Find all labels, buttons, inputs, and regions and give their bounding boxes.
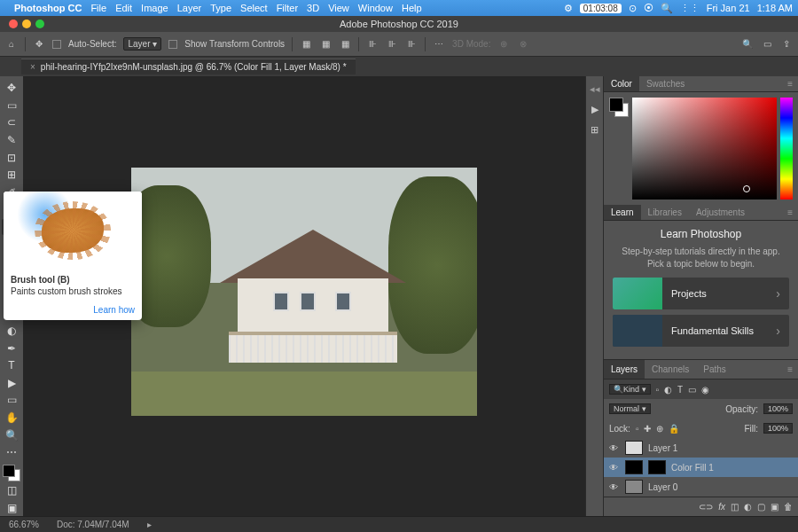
auto-select-dropdown[interactable]: Layer ▾: [123, 37, 161, 51]
menu-layer[interactable]: Layer: [177, 3, 202, 13]
distribute-icon[interactable]: ⊪: [386, 38, 398, 51]
status-icon[interactable]: ⊙: [629, 3, 637, 14]
tab-color[interactable]: Color: [604, 76, 639, 91]
tab-paths[interactable]: Paths: [696, 364, 733, 374]
marquee-tool[interactable]: ▭: [2, 98, 21, 114]
learn-card-fundamentals[interactable]: Fundamental Skills ›: [613, 315, 789, 347]
trash-icon[interactable]: 🗑: [784, 502, 793, 512]
filter-icon[interactable]: ▫: [656, 385, 660, 395]
tab-channels[interactable]: Channels: [645, 364, 696, 374]
distribute-icon[interactable]: ⊪: [366, 38, 379, 51]
document-tab[interactable]: × phil-hearing-IYfp2Ixe9nM-unsplash.jpg …: [21, 59, 356, 74]
close-window-button[interactable]: [9, 20, 18, 28]
group-icon[interactable]: ▢: [757, 502, 765, 512]
panel-menu-icon[interactable]: ≡: [782, 364, 798, 374]
search-icon[interactable]: 🔍: [741, 38, 754, 51]
menu-file[interactable]: File: [90, 3, 106, 13]
status-chevron-icon[interactable]: ▸: [147, 520, 152, 529]
maximize-window-button[interactable]: [35, 20, 44, 28]
menu-select[interactable]: Select: [240, 3, 268, 13]
tab-libraries[interactable]: Libraries: [641, 207, 689, 217]
menu-3d[interactable]: 3D: [307, 3, 319, 13]
color-swatch-pair[interactable]: [609, 98, 629, 117]
lasso-tool[interactable]: ⊂: [2, 114, 21, 131]
menu-view[interactable]: View: [328, 3, 349, 13]
status-icon[interactable]: ⦿: [644, 3, 653, 13]
filter-kind-dropdown[interactable]: 🔍Kind ▾: [609, 384, 651, 395]
align-icon[interactable]: ▦: [300, 38, 312, 51]
tab-layers[interactable]: Layers: [604, 360, 645, 379]
auto-select-checkbox[interactable]: [52, 40, 61, 49]
layer-row[interactable]: 👁 Layer 0: [604, 477, 798, 497]
move-tool-icon[interactable]: ✥: [33, 38, 45, 51]
menu-filter[interactable]: Filter: [277, 3, 298, 13]
new-layer-icon[interactable]: ▣: [771, 502, 778, 512]
lock-icon[interactable]: ▫: [636, 424, 639, 434]
dodge-tool[interactable]: ◐: [2, 323, 21, 340]
fill-input[interactable]: 100%: [763, 423, 793, 434]
screen-mode-tool[interactable]: ▣: [2, 500, 21, 517]
layer-name[interactable]: Layer 1: [648, 443, 677, 453]
quick-mask-tool[interactable]: ◫: [2, 482, 21, 499]
shape-tool[interactable]: ▭: [2, 392, 21, 409]
menu-type[interactable]: Type: [210, 3, 231, 13]
filter-icon[interactable]: ◉: [701, 385, 709, 395]
visibility-icon[interactable]: 👁: [607, 463, 620, 473]
fx-icon[interactable]: fx: [718, 502, 725, 512]
layer-thumb[interactable]: [625, 480, 643, 494]
adjustment-icon[interactable]: ◐: [744, 502, 752, 512]
menu-image[interactable]: Image: [141, 3, 168, 13]
lock-icon[interactable]: ✚: [644, 424, 651, 434]
edit-toolbar[interactable]: ⋯: [2, 444, 21, 461]
wifi-icon[interactable]: ⋮⋮: [680, 3, 700, 14]
pen-tool[interactable]: ✒: [2, 340, 21, 356]
align-icon[interactable]: ▦: [339, 38, 351, 51]
more-icon[interactable]: ⋯: [433, 38, 445, 51]
close-tab-icon[interactable]: ×: [30, 62, 35, 72]
link-layers-icon[interactable]: ⊂⊃: [699, 502, 713, 512]
app-name[interactable]: Photoshop CC: [14, 3, 82, 13]
doc-size[interactable]: Doc: 7.04M/7.04M: [57, 520, 129, 529]
menu-edit[interactable]: Edit: [115, 3, 132, 13]
panel-icon[interactable]: ⊞: [591, 124, 598, 136]
panel-icon[interactable]: ▶: [591, 104, 598, 115]
tab-adjustments[interactable]: Adjustments: [689, 207, 752, 217]
visibility-icon[interactable]: 👁: [607, 482, 620, 492]
filter-icon[interactable]: T: [677, 385, 683, 395]
menubar-time[interactable]: 1:18 AM: [757, 3, 793, 13]
minimize-window-button[interactable]: [22, 20, 31, 28]
expand-icon[interactable]: ◂◂: [590, 83, 600, 95]
opacity-input[interactable]: 100%: [763, 403, 793, 414]
menu-window[interactable]: Window: [358, 3, 393, 13]
layer-thumb[interactable]: [625, 460, 643, 474]
home-icon[interactable]: ⌂: [5, 38, 18, 51]
frame-tool[interactable]: ⊞: [2, 167, 21, 184]
crop-tool[interactable]: ⊡: [2, 149, 21, 166]
align-icon[interactable]: ▦: [319, 38, 332, 51]
blend-mode-dropdown[interactable]: Normal ▾: [609, 403, 651, 414]
lock-icon[interactable]: ⊕: [656, 424, 663, 434]
quick-select-tool[interactable]: ✎: [2, 132, 21, 149]
share-icon[interactable]: ⇪: [780, 38, 793, 51]
filter-icon[interactable]: ◐: [664, 385, 672, 395]
layer-name[interactable]: Layer 0: [648, 482, 677, 492]
workspace-icon[interactable]: ▭: [761, 38, 773, 51]
show-transform-checkbox[interactable]: [168, 40, 177, 49]
path-select-tool[interactable]: ▶: [2, 375, 21, 392]
hand-tool[interactable]: ✋: [2, 410, 21, 426]
search-icon[interactable]: 🔍: [661, 3, 673, 14]
menubar-date[interactable]: Fri Jan 21: [707, 3, 750, 13]
move-tool[interactable]: ✥: [2, 80, 21, 97]
layer-mask-thumb[interactable]: [648, 460, 666, 474]
zoom-level[interactable]: 66.67%: [9, 520, 39, 529]
document-image[interactable]: [131, 168, 477, 416]
color-swatches[interactable]: [3, 465, 20, 481]
tooltip-learn-link[interactable]: Learn how: [4, 301, 142, 320]
lock-icon[interactable]: 🔒: [669, 424, 679, 434]
timer-badge[interactable]: 01:03:08: [580, 4, 622, 13]
panel-menu-icon[interactable]: ≡: [782, 79, 798, 89]
layer-row[interactable]: 👁 Color Fill 1: [604, 458, 798, 477]
layer-row[interactable]: 👁 Layer 1: [604, 438, 798, 458]
tab-swatches[interactable]: Swatches: [639, 79, 692, 89]
visibility-icon[interactable]: 👁: [607, 443, 620, 453]
